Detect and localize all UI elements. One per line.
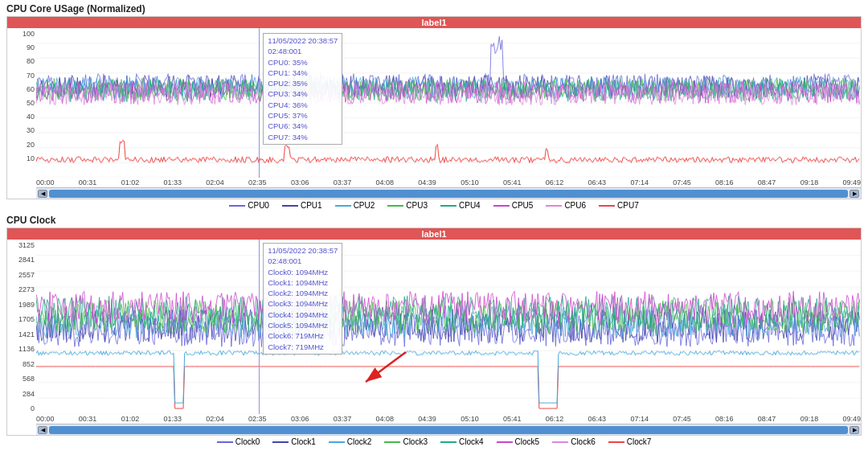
legend-cpu2: CPU2 [335,201,375,210]
legend-clock4-line [440,441,457,443]
cpu-clock-y-axis: 3125 2841 2557 2273 1989 1705 1421 1136 … [7,240,36,414]
cpu-usage-chart-container: label1 100 90 80 70 60 50 40 30 20 10 [6,16,862,199]
legend-clock2: Clock2 [329,437,372,446]
legend-cpu3: CPU3 [387,201,428,210]
legend-clock7: Clock7 [608,437,652,446]
legend-clock7-line [608,441,624,443]
cpu-clock-scroll-left[interactable]: ◀ [38,426,47,434]
legend-cpu2-line [335,205,351,207]
legend-clock0: Clock0 [217,437,260,446]
cpu-usage-scroll-right[interactable]: ▶ [850,190,859,198]
cpu-clock-chart-area[interactable]: 11/05/2022 20:38:57 02:48:001 Clock0: 10… [36,240,861,414]
cpu-usage-cursor-line [259,28,260,178]
legend-cpu1-line [282,205,298,207]
cpu-clock-scrollbar[interactable]: ◀ ▶ [36,424,861,435]
legend-cpu6-line [546,205,562,207]
cpu-usage-chart-area[interactable]: 11/05/2022 20:38:57 02:48:001 CPU0: 35% … [36,28,861,178]
legend-clock5: Clock5 [497,437,540,446]
cpu-clock-label-bar: label1 [7,228,861,240]
cpu-usage-scroll-thumb[interactable] [49,190,848,198]
legend-cpu0-line [229,205,245,207]
legend-cpu7: CPU7 [599,201,639,210]
cpu-usage-label-bar: label1 [7,17,861,28]
legend-cpu5-line [493,205,510,207]
legend-clock0-line [217,441,233,443]
cpu-usage-title: CPU Core USage (Normalized) [6,3,862,14]
cpu-clock-x-axis: 00:0000:3101:0201:3302:0402:3503:0603:37… [36,414,861,424]
cpu-clock-chart-container: label1 3125 2841 2557 2273 1989 1705 142… [6,228,862,436]
cpu-clock-cursor-line [259,240,260,414]
legend-cpu6: CPU6 [546,201,586,210]
legend-clock2-line [329,441,345,443]
main-page: CPU Core USage (Normalized) label1 100 9… [0,0,868,451]
legend-clock3: Clock3 [384,437,428,446]
cpu-usage-scroll-track[interactable] [49,190,848,198]
legend-cpu5: CPU5 [493,201,534,210]
cpu-clock-scroll-right[interactable]: ▶ [850,426,859,434]
legend-cpu3-line [387,205,403,207]
cpu-usage-legend: CPU0 CPU1 CPU2 CPU3 CPU4 CPU5 [6,199,862,211]
cpu-clock-scroll-thumb[interactable] [49,426,848,434]
legend-clock6-line [552,441,568,443]
cpu-clock-scroll-track[interactable] [49,426,848,434]
cpu-usage-y-axis: 100 90 80 70 60 50 40 30 20 10 [7,28,36,178]
cpu-usage-scrollbar[interactable]: ◀ ▶ [36,187,861,199]
cpu-usage-x-axis: 00:0000:3101:0201:3302:0402:3503:0603:37… [36,178,861,187]
cpu-clock-section: CPU Clock label1 3125 2841 2557 2273 198… [6,215,862,448]
legend-clock3-line [384,441,400,443]
legend-cpu7-line [599,205,615,207]
cpu-usage-scroll-left[interactable]: ◀ [38,190,47,198]
legend-cpu0: CPU0 [229,201,269,210]
cpu-clock-title: CPU Clock [6,215,862,226]
legend-clock5-line [497,441,513,443]
legend-clock4: Clock4 [440,437,484,446]
legend-cpu1: CPU1 [282,201,322,210]
cpu-clock-legend: Clock0 Clock1 Clock2 Clock3 Clock4 Clock… [6,436,862,448]
legend-cpu4: CPU4 [440,201,481,210]
legend-clock1-line [272,441,289,443]
legend-clock6: Clock6 [552,437,596,446]
legend-clock1: Clock1 [272,437,316,446]
legend-cpu4-line [440,205,457,207]
cpu-usage-section: CPU Core USage (Normalized) label1 100 9… [6,3,862,211]
